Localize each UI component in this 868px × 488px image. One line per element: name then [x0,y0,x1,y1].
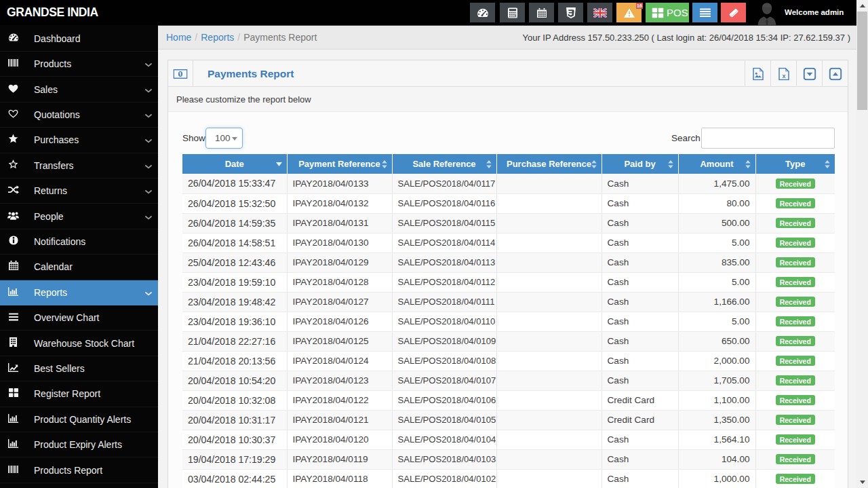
svg-text:x: x [782,72,785,79]
